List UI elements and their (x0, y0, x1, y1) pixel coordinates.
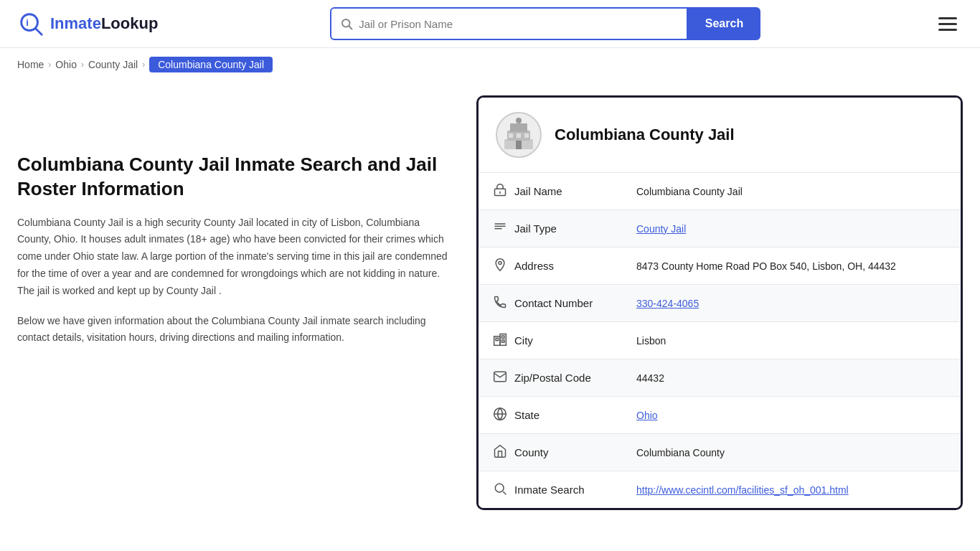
svg-rect-10 (517, 133, 521, 138)
row-label-cell: Jail Type (479, 210, 622, 248)
row-label-cell: State (479, 397, 622, 434)
row-label: Contact Number (514, 297, 593, 309)
menu-line-1 (938, 17, 957, 19)
table-row: Zip/Postal Code 44432 (479, 359, 961, 397)
menu-line-2 (938, 23, 957, 25)
breadcrumb-ohio[interactable]: Ohio (55, 59, 77, 70)
svg-rect-8 (516, 141, 522, 149)
row-label: State (514, 409, 540, 421)
table-row: Contact Number 330-424-4065 (479, 285, 961, 322)
row-link[interactable]: County Jail (636, 223, 686, 235)
row-value-cell: Columbiana County Jail (622, 173, 961, 210)
left-panel: Columbiana County Jail Inmate Search and… (17, 95, 476, 510)
svg-rect-9 (509, 133, 513, 138)
logo-text: InmateLookup (50, 14, 158, 33)
row-label: County (514, 446, 549, 458)
search-input[interactable] (359, 18, 678, 30)
table-row: County Columbiana County (479, 434, 961, 471)
row-value-cell[interactable]: 330-424-4065 (622, 285, 961, 322)
row-label: City (514, 334, 533, 347)
breadcrumb-current: Columbiana County Jail (149, 57, 273, 72)
state-icon (493, 407, 507, 423)
svg-line-28 (503, 491, 506, 494)
row-value-cell: Lisbon (622, 322, 961, 359)
type-icon (493, 220, 507, 237)
row-label: Zip/Postal Code (514, 372, 591, 384)
breadcrumb: Home › Ohio › County Jail › Columbiana C… (0, 48, 980, 81)
row-label-cell: City (479, 322, 622, 359)
table-row: State Ohio (479, 397, 961, 434)
row-label: Address (514, 260, 554, 272)
table-row: Address 8473 County Home Road PO Box 540… (479, 248, 961, 285)
svg-line-1 (36, 29, 42, 35)
card-header: Columbiana County Jail (479, 98, 961, 173)
svg-rect-7 (510, 123, 527, 132)
breadcrumb-sep-3: › (142, 60, 145, 70)
menu-button[interactable] (933, 11, 963, 37)
zip-icon (493, 369, 507, 386)
svg-rect-11 (524, 133, 529, 138)
search-wrapper (330, 7, 688, 40)
svg-rect-23 (502, 340, 504, 342)
search-area: Search (330, 7, 760, 40)
row-value-cell: 44432 (622, 359, 961, 397)
row-label: Jail Type (514, 222, 557, 235)
row-value-cell: Columbiana County (622, 434, 961, 471)
svg-point-12 (516, 118, 522, 123)
county-icon (493, 444, 507, 461)
facility-card: Columbiana County Jail Jail Name Columbi… (476, 95, 963, 510)
svg-point-27 (495, 484, 504, 492)
row-value-cell: 8473 County Home Road PO Box 540, Lisbon… (622, 248, 961, 285)
row-link[interactable]: 330-424-4065 (636, 298, 699, 309)
row-value-cell[interactable]: http://www.cecintl.com/facilities_sf_oh_… (622, 471, 961, 509)
search-icon (340, 17, 353, 30)
svg-point-3 (342, 19, 350, 27)
svg-rect-21 (496, 338, 498, 340)
row-label-cell: Address (479, 248, 622, 285)
row-value-cell[interactable]: County Jail (622, 210, 961, 248)
row-link[interactable]: Ohio (636, 410, 658, 421)
breadcrumb-sep-2: › (81, 60, 84, 70)
logo[interactable]: i InmateLookup (17, 10, 158, 37)
search-button[interactable]: Search (688, 7, 760, 40)
menu-line-3 (938, 29, 957, 31)
svg-point-18 (499, 261, 501, 264)
breadcrumb-county-jail[interactable]: County Jail (88, 59, 138, 70)
breadcrumb-sep-1: › (48, 60, 51, 70)
row-label-cell: Jail Name (479, 173, 622, 210)
row-label: Jail Name (514, 185, 562, 197)
info-table: Jail Name Columbiana County Jail Jail Ty… (479, 173, 961, 508)
main-content: Columbiana County Jail Inmate Search and… (0, 81, 980, 539)
page-title: Columbiana County Jail Inmate Search and… (17, 153, 448, 202)
city-icon (493, 332, 507, 349)
row-label-cell: County (479, 434, 622, 471)
building-icon (501, 118, 536, 152)
svg-line-4 (349, 27, 352, 29)
page-description-1: Columbiana County Jail is a high securit… (17, 215, 448, 300)
address-icon (493, 258, 507, 274)
card-title: Columbiana County Jail (555, 126, 735, 144)
table-row: Jail Name Columbiana County Jail (479, 173, 961, 210)
row-label-cell: Inmate Search (479, 471, 622, 509)
row-value-cell[interactable]: Ohio (622, 397, 961, 434)
svg-rect-22 (502, 336, 504, 338)
row-label-cell: Contact Number (479, 285, 622, 322)
svg-text:i: i (26, 17, 29, 28)
logo-icon: i (17, 10, 44, 37)
page-description-2: Below we have given information about th… (17, 313, 448, 347)
breadcrumb-home[interactable]: Home (17, 59, 44, 70)
table-row: Inmate Search http://www.cecintl.com/fac… (479, 471, 961, 509)
phone-icon (493, 295, 507, 311)
facility-avatar (496, 112, 542, 158)
table-row: Jail Type County Jail (479, 210, 961, 248)
header: i InmateLookup Search (0, 0, 980, 48)
jail-icon (493, 183, 507, 199)
search-icon (493, 481, 507, 498)
table-row: City Lisbon (479, 322, 961, 359)
row-label-cell: Zip/Postal Code (479, 359, 622, 397)
row-link[interactable]: http://www.cecintl.com/facilities_sf_oh_… (636, 484, 849, 496)
row-label: Inmate Search (514, 484, 585, 496)
